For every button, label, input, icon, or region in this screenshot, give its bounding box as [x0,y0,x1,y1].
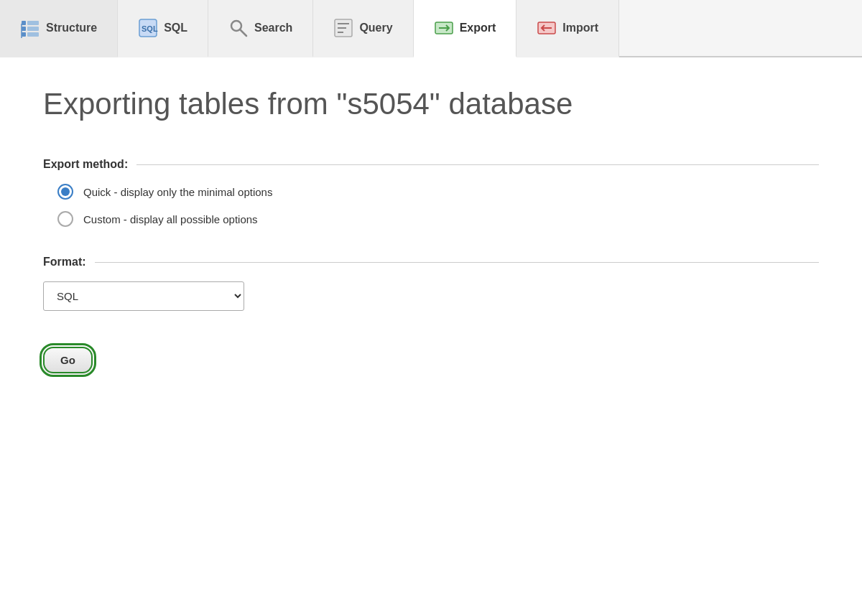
format-title: Format: [43,256,86,269]
query-icon [333,18,353,38]
format-section: Format: SQL CSV JSON XML Excel [43,256,819,311]
tab-import[interactable]: Import [516,0,619,57]
export-method-radio-group: Quick - display only the minimal options… [43,184,819,227]
export-method-header: Export method: [43,158,819,171]
radio-quick[interactable]: Quick - display only the minimal options [57,184,819,200]
radio-custom-circle [57,211,73,227]
svg-rect-0 [22,21,26,25]
tab-search-label: Search [254,22,292,34]
tab-structure-label: Structure [46,22,97,34]
svg-rect-4 [27,27,39,31]
svg-rect-1 [22,27,26,31]
go-button[interactable]: Go [43,347,93,373]
svg-line-9 [240,29,246,36]
sql-icon: SQL [138,18,158,38]
tab-sql[interactable]: SQL SQL [118,0,208,57]
radio-quick-circle [57,184,73,200]
tab-query-label: Query [359,22,392,34]
structure-icon [20,18,40,38]
radio-custom[interactable]: Custom - display all possible options [57,211,819,227]
svg-rect-2 [22,32,26,37]
format-select[interactable]: SQL CSV JSON XML Excel [43,281,244,311]
search-icon [228,18,249,38]
tab-search[interactable]: Search [208,0,313,57]
tab-import-label: Import [562,22,598,34]
export-method-section: Export method: Quick - display only the … [43,158,819,227]
radio-custom-label: Custom - display all possible options [83,213,258,225]
tab-export-label: Export [460,22,496,34]
svg-rect-3 [27,21,39,25]
tab-structure[interactable]: Structure [0,0,118,57]
main-content: Exporting tables from "s5054" database E… [0,57,862,402]
format-header: Format: [43,256,819,269]
tab-sql-label: SQL [164,22,187,34]
export-icon [434,18,454,38]
tab-export[interactable]: Export [414,0,517,57]
export-method-title: Export method: [43,158,128,171]
tab-query[interactable]: Query [313,0,413,57]
format-divider [95,262,819,263]
import-icon [537,18,557,38]
svg-rect-5 [27,32,39,37]
export-method-divider [136,164,819,165]
tab-bar: Structure SQL SQL Search Query Export [0,0,862,57]
svg-text:SQL: SQL [142,24,158,33]
radio-quick-label: Quick - display only the minimal options [83,186,272,198]
go-button-wrapper: Go [43,347,819,373]
page-title: Exporting tables from "s5054" database [43,86,819,122]
